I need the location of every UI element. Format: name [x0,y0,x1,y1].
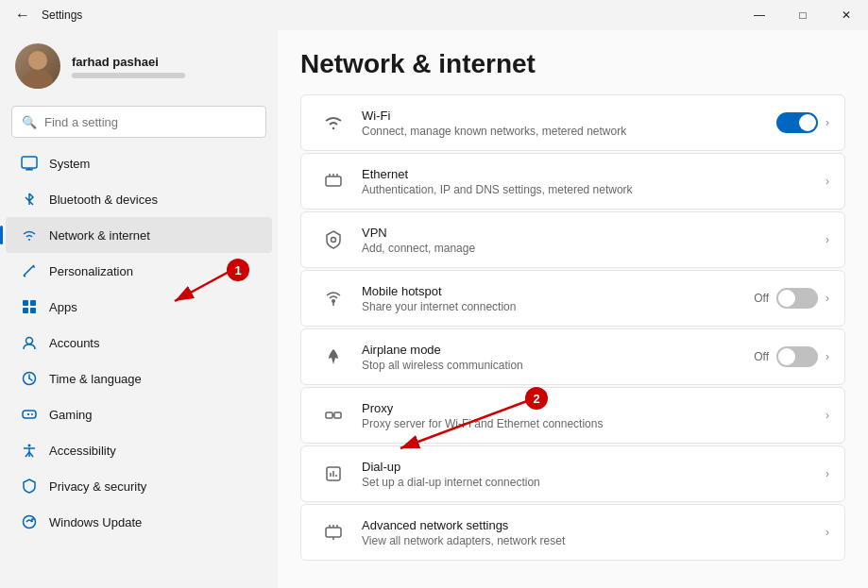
nav-item-privacy[interactable]: Privacy & security [6,468,272,504]
hotspot-icon [316,281,350,315]
settings-item-vpn[interactable]: VPN Add, connect, manage › [300,211,845,268]
advanced-right: › [825,526,829,539]
ethernet-title: Ethernet [362,167,825,181]
search-box[interactable]: 🔍 [11,106,266,138]
bluetooth-icon [21,191,38,208]
minimize-button[interactable]: — [738,0,781,30]
proxy-chevron: › [825,409,829,422]
svg-point-0 [28,51,47,70]
windows-update-label: Windows Update [49,515,142,529]
settings-item-advanced[interactable]: Advanced network settings View all netwo… [300,504,845,561]
svg-point-19 [28,445,31,447]
gaming-label: Gaming [49,408,93,422]
settings-item-dialup[interactable]: Dial-up Set up a dial-up internet connec… [300,445,845,502]
wifi-content: Wi-Fi Connect, manage known networks, me… [362,109,776,138]
airplane-desc: Stop all wireless communication [362,359,754,372]
airplane-toggle-label: Off [754,350,769,363]
dialup-icon [316,457,350,491]
search-icon: 🔍 [22,115,37,129]
svg-point-31 [332,238,336,243]
vpn-desc: Add, connect, manage [362,242,825,255]
advanced-title: Advanced network settings [362,518,825,532]
system-label: System [49,157,90,171]
svg-rect-7 [23,300,28,306]
titlebar: ← Settings — □ ✕ [0,0,868,30]
settings-item-airplane[interactable]: Airplane mode Stop all wireless communic… [300,328,845,385]
svg-rect-8 [30,300,36,306]
accounts-label: Accounts [49,336,99,350]
airplane-icon [316,340,350,374]
nav-item-accessibility[interactable]: Accessibility [6,432,272,468]
ethernet-icon [316,164,350,198]
dialup-content: Dial-up Set up a dial-up internet connec… [362,460,825,489]
wifi-toggle[interactable] [776,112,818,133]
nav-item-network[interactable]: Network & internet [6,217,272,253]
hotspot-chevron: › [825,292,829,305]
personalization-label: Personalization [49,264,133,278]
page-title: Network & internet [300,49,845,79]
titlebar-left: ← Settings [11,7,82,24]
ethernet-right: › [825,175,829,188]
nav-item-gaming[interactable]: Gaming [6,396,272,432]
advanced-icon [316,515,350,549]
user-section[interactable]: farhad pashaei [0,30,278,102]
annotation-1: 1 [227,259,249,281]
nav-item-system[interactable]: System [6,145,272,181]
hotspot-right: Off › [754,288,829,309]
vpn-right: › [825,233,829,246]
search-input[interactable] [44,115,256,129]
time-icon [21,370,38,387]
hotspot-toggle-label: Off [754,292,769,305]
maximize-button[interactable]: □ [781,0,825,30]
wifi-toggle-thumb [799,114,816,131]
nav-item-windows-update[interactable]: Windows Update [6,504,272,540]
ethernet-chevron: › [825,175,829,188]
accessibility-icon [21,442,38,459]
svg-rect-27 [326,176,341,186]
svg-rect-3 [26,169,33,171]
settings-item-ethernet[interactable]: Ethernet Authentication, IP and DNS sett… [300,153,845,210]
airplane-toggle[interactable] [776,346,818,367]
advanced-desc: View all network adapters, network reset [362,534,825,547]
svg-point-11 [26,338,33,344]
nav-item-bluetooth[interactable]: Bluetooth & devices [6,181,272,217]
time-label: Time & language [49,372,142,386]
gaming-icon [21,406,38,423]
proxy-title: Proxy [362,401,825,415]
hotspot-title: Mobile hotspot [362,284,754,298]
accounts-icon [21,334,38,351]
svg-rect-9 [23,308,28,313]
svg-rect-10 [30,308,36,313]
close-button[interactable]: ✕ [825,0,868,30]
apps-icon [21,298,38,315]
nav-item-time[interactable]: Time & language [6,361,272,396]
svg-line-5 [24,265,34,276]
wifi-icon [316,106,350,140]
advanced-content: Advanced network settings View all netwo… [362,518,825,547]
settings-item-hotspot[interactable]: Mobile hotspot Share your internet conne… [300,270,845,327]
personalization-icon [21,262,38,279]
proxy-desc: Proxy server for Wi-Fi and Ethernet conn… [362,417,825,430]
airplane-content: Airplane mode Stop all wireless communic… [362,343,754,372]
hotspot-content: Mobile hotspot Share your internet conne… [362,284,754,313]
network-icon [21,227,38,244]
ethernet-content: Ethernet Authentication, IP and DNS sett… [362,167,825,196]
settings-item-proxy[interactable]: Proxy Proxy server for Wi-Fi and Etherne… [300,387,845,444]
dialup-title: Dial-up [362,460,825,474]
avatar-image [15,43,60,89]
settings-item-wifi[interactable]: Wi-Fi Connect, manage known networks, me… [300,94,845,151]
user-name: farhad pashaei [72,55,185,69]
user-info: farhad pashaei [72,55,185,78]
network-label: Network & internet [49,228,150,243]
svg-line-14 [29,378,32,380]
svg-point-18 [31,413,33,415]
main-content: Network & internet Wi-Fi Connect, manage… [278,30,868,588]
accessibility-label: Accessibility [49,444,116,458]
nav-item-accounts[interactable]: Accounts [6,325,272,361]
hotspot-toggle[interactable] [776,288,818,309]
back-button[interactable]: ← [11,7,34,24]
windows-update-icon [21,513,38,530]
nav-item-apps[interactable]: Apps [6,289,272,325]
wifi-desc: Connect, manage known networks, metered … [362,125,776,138]
privacy-icon [21,478,38,495]
